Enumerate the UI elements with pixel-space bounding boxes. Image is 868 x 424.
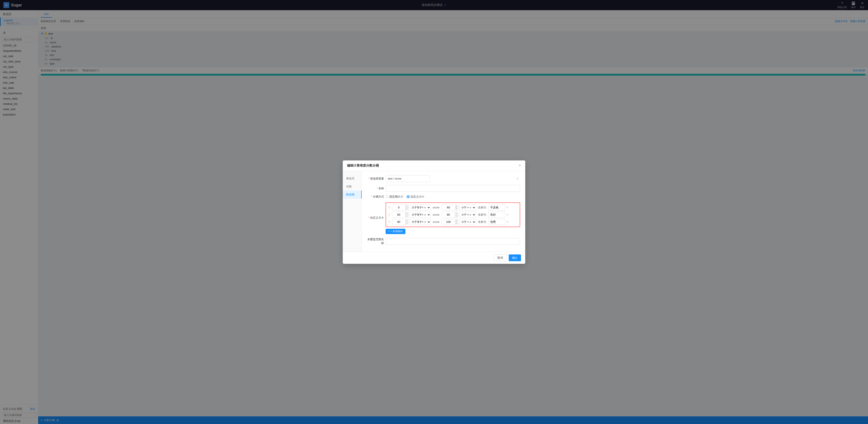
- score-label-1: score: [432, 213, 440, 216]
- uncovered-input[interactable]: 其它: [385, 238, 520, 245]
- stepper-down-0[interactable]: ▼: [406, 208, 408, 211]
- stepper-up-2[interactable]: ▲: [406, 219, 408, 222]
- delete-rule-0[interactable]: ×: [506, 206, 508, 209]
- operator-select-2[interactable]: 大于等于× ∨: [410, 219, 431, 225]
- add-rule-plus-icon: +: [388, 230, 390, 233]
- to-op-select-1[interactable]: 小于 × ∨: [460, 212, 476, 218]
- dialog-content: 请选择度量 × 名称 分数分桶 分桶方式: [362, 171, 525, 252]
- radio-custom-circle: [407, 195, 410, 198]
- stepper-to-down-2[interactable]: ▼: [455, 222, 458, 225]
- stepper-down-2[interactable]: ▼: [406, 222, 408, 225]
- radio-fixed-size[interactable]: 固定桶大小: [385, 195, 403, 199]
- measure-label: 请选择度量: [367, 177, 384, 181]
- num-stepper-0: ▲ ▼: [406, 205, 408, 211]
- dialog-tab-expression[interactable]: 表达式: [343, 175, 362, 182]
- dialog-header: 编辑计算维度分数分桶 ×: [343, 160, 525, 171]
- custom-size-box: ⠿ ▲ ▼ 大于等于× ∨: [385, 203, 520, 227]
- delete-rule-2[interactable]: ×: [506, 220, 508, 224]
- operator-select-0[interactable]: 大于等于× ∨: [410, 205, 431, 211]
- stepper-down-1[interactable]: ▼: [406, 215, 408, 218]
- from-input-0: ▲ ▼: [392, 205, 408, 211]
- stepper-up-0[interactable]: ▲: [406, 205, 408, 208]
- rule-row-1: ⠿ ▲ ▼ 大于等于× ∨: [388, 212, 518, 218]
- num-stepper-to-0: ▲ ▼: [455, 205, 458, 211]
- custom-size-label: 自定义大小: [367, 216, 384, 220]
- custom-size-label-row: 自定义大小 ⠿ ▲ ▼: [367, 202, 520, 234]
- dialog-tab-bucket[interactable]: 数据桶: [343, 190, 362, 199]
- from-value-0[interactable]: [392, 205, 406, 211]
- measure-clear-button[interactable]: ×: [517, 177, 519, 180]
- drag-handle-0[interactable]: ⠿: [388, 206, 391, 209]
- score-label-0: score: [432, 206, 440, 209]
- radio-custom-size[interactable]: 自定义大小: [407, 195, 424, 199]
- to-op-select-2[interactable]: 小于 × ∨: [460, 219, 476, 225]
- score-label-2: score: [432, 220, 440, 223]
- name-label: 名称: [367, 186, 384, 190]
- num-stepper-1: ▲ ▼: [406, 212, 408, 218]
- rule-name-0[interactable]: [488, 205, 505, 211]
- name-row: 名称 分数分桶: [367, 185, 520, 192]
- bucket-method-label: 分桶方式: [367, 195, 384, 199]
- operator-select-1[interactable]: 大于等于× ∨: [410, 212, 431, 218]
- add-rule-button[interactable]: + + 新增规则: [385, 229, 405, 234]
- to-value-1[interactable]: [442, 212, 455, 218]
- rule-name-2[interactable]: [488, 219, 505, 225]
- rule-name-1[interactable]: [488, 212, 505, 218]
- num-stepper-to-1: ▲ ▼: [455, 212, 458, 218]
- to-value-2[interactable]: [442, 219, 455, 225]
- named-as-1: 名称为: [477, 213, 487, 217]
- custom-size-content: ⠿ ▲ ▼ 大于等于× ∨: [385, 202, 520, 234]
- cancel-button[interactable]: 取消: [494, 254, 506, 261]
- to-value-0[interactable]: [442, 205, 455, 211]
- stepper-to-up-1[interactable]: ▲: [455, 212, 458, 215]
- confirm-button[interactable]: 确认: [509, 254, 521, 261]
- rule-row-0: ⠿ ▲ ▼ 大于等于× ∨: [388, 205, 518, 211]
- to-input-1: ▲ ▼: [442, 212, 458, 218]
- stepper-up-1[interactable]: ▲: [406, 212, 408, 215]
- num-stepper-2: ▲ ▼: [406, 219, 408, 225]
- name-input[interactable]: 分数分桶: [385, 185, 520, 192]
- named-as-2: 名称为: [477, 220, 487, 224]
- to-input-0: ▲ ▼: [442, 205, 458, 211]
- uncovered-label: 未覆盖范围名称: [367, 238, 384, 245]
- dialog-title: 编辑计算维度分数分桶: [347, 163, 379, 168]
- uncovered-range-row: 未覆盖范围名称 其它: [367, 238, 520, 245]
- from-input-2: ▲ ▼: [392, 219, 408, 225]
- stepper-to-down-0[interactable]: ▼: [455, 208, 458, 211]
- stepper-to-up-0[interactable]: ▲: [455, 205, 458, 208]
- dialog-tabs: 表达式 分组 数据桶: [343, 171, 362, 252]
- dialog-tab-group[interactable]: 分组: [343, 182, 362, 190]
- drag-handle-1[interactable]: ⠿: [388, 213, 391, 216]
- dialog-footer: 取消 确认: [343, 252, 525, 264]
- drag-handle-2[interactable]: ⠿: [388, 220, 391, 224]
- measure-input[interactable]: [385, 175, 430, 182]
- dialog-body: 表达式 分组 数据桶 请选择度量 × 名称 分数分桶: [343, 171, 525, 252]
- from-value-1[interactable]: [392, 212, 406, 218]
- dialog-close-button[interactable]: ×: [519, 163, 521, 168]
- num-stepper-to-2: ▲ ▼: [455, 219, 458, 225]
- named-as-0: 名称为: [477, 206, 487, 209]
- measure-input-wrapper: ×: [385, 175, 520, 182]
- bucket-method-radio-group: 固定桶大小 自定义大小: [385, 195, 424, 199]
- dialog: 编辑计算维度分数分桶 × 表达式 分组 数据桶 请选择度量 ×: [343, 160, 525, 264]
- from-input-1: ▲ ▼: [392, 212, 408, 218]
- stepper-to-up-2[interactable]: ▲: [455, 219, 458, 222]
- measure-row: 请选择度量 ×: [367, 175, 520, 182]
- bucket-method-row: 分桶方式 固定桶大小 自定义大小: [367, 195, 520, 199]
- delete-rule-1[interactable]: ×: [506, 213, 508, 217]
- stepper-to-down-1[interactable]: ▼: [455, 215, 458, 218]
- to-input-2: ▲ ▼: [442, 219, 458, 225]
- to-op-select-0[interactable]: 小于 × ∨: [460, 205, 476, 211]
- modal-overlay: 编辑计算维度分数分桶 × 表达式 分组 数据桶 请选择度量 ×: [0, 0, 868, 424]
- radio-fixed-circle: [385, 195, 389, 198]
- from-value-2[interactable]: [392, 219, 406, 225]
- rule-row-2: ⠿ ▲ ▼ 大于等于× ∨: [388, 219, 518, 225]
